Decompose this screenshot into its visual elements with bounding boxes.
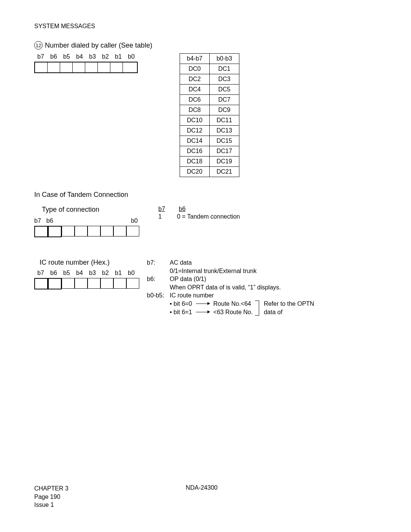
b6-text-2: When OPRT data of is valid, “1” displays…: [170, 283, 314, 292]
bit-label: b6: [46, 217, 53, 224]
b7-header: b7: [158, 206, 165, 212]
b7-label: b7:: [147, 259, 167, 267]
bit-label: b7: [34, 270, 47, 276]
table-row: DC2DC3: [180, 74, 239, 85]
bit-label: b0: [131, 217, 138, 224]
footer-page: Page 190: [34, 493, 68, 501]
footer-doc: NDA-24300: [186, 484, 218, 509]
bullet-1b: Route No.<64: [213, 300, 251, 308]
bit-label: b1: [112, 270, 125, 276]
arrow-icon: [196, 312, 210, 312]
bit-box-tandem: [34, 226, 139, 237]
footer-chapter: CHAPTER 3: [34, 484, 68, 493]
bullet-2b: <63 Route No.: [213, 308, 253, 316]
table-row: DC6DC7: [180, 95, 239, 105]
bit-label: b4: [73, 270, 86, 276]
bit-label: b0: [125, 53, 138, 60]
arrow-icon: [196, 304, 210, 304]
b6-value: 0 = Tandem connection: [177, 213, 240, 220]
table-row: DC20DC21: [180, 167, 239, 177]
bit-label: b5: [60, 270, 73, 276]
b6-text: OP data (0/1): [170, 275, 206, 283]
page-header: SYSTEM MESSAGES: [34, 23, 377, 30]
circled-12-icon: 12: [34, 41, 43, 50]
b6-header: b6: [179, 206, 186, 212]
dc-head: b4-b7: [180, 54, 210, 64]
bit-label: b6: [47, 53, 60, 60]
table-row: b4-b7 b0-b3: [180, 54, 239, 64]
table-row: DC18DC19: [180, 157, 239, 167]
table-row: DC12DC13: [180, 126, 239, 136]
refer-text-1: Refer to the OPTN: [264, 300, 314, 308]
bit-label: b0: [125, 270, 138, 276]
bit-diagram-12: b7 b6 b5 b4 b3 b2 b1 b0: [34, 53, 138, 73]
bit-label: b6: [47, 270, 60, 276]
refer-text-2: data of: [264, 308, 314, 316]
dc-head: b0-b3: [209, 54, 239, 64]
ic-route-block: IC route number (Hex.) b7 b6 b5 b4 b3 b2…: [34, 259, 139, 289]
bit-box-ic: [34, 278, 139, 289]
bit-label: b3: [86, 270, 99, 276]
b05-text: IC route number: [170, 291, 214, 300]
ic-heading: IC route number (Hex.): [40, 259, 139, 267]
bit-label: b2: [99, 53, 112, 60]
ic-description: b7:AC data 0/1=Internal trunk/External t…: [147, 259, 314, 316]
bullet-1a: • bit 6=0: [170, 300, 192, 308]
table-row: DC4DC5: [180, 85, 239, 95]
table-row: DC8DC9: [180, 105, 239, 115]
bit-label: b3: [86, 53, 99, 60]
bit-label: b7: [34, 53, 47, 60]
section-12-text: Number dialed by caller (See table): [45, 42, 152, 50]
type-connection-block: Type of connection b7 b6 b0: [34, 206, 139, 237]
bit-box: [34, 62, 138, 73]
type-connection-title: Type of connection: [42, 206, 139, 214]
page-footer: CHAPTER 3 Page 190 Issue 1 NDA-24300: [34, 484, 377, 509]
bit-label: b2: [99, 270, 112, 276]
b05-label: b0-b5:: [147, 291, 167, 300]
b7-text-2: 0/1=Internal trunk/External trunk: [170, 267, 314, 275]
bit-label: b1: [112, 53, 125, 60]
footer-issue: Issue 1: [34, 501, 68, 509]
bullet-2a: • bit 6=1: [170, 308, 192, 316]
table-row: DC16DC17: [180, 146, 239, 157]
bit-label: b4: [73, 53, 86, 60]
b7-value: 1: [158, 213, 162, 220]
dc-table: b4-b7 b0-b3 DC0DC1 DC2DC3 DC4DC5 DC6DC7 …: [180, 53, 239, 177]
bit-label: b7: [34, 217, 41, 224]
table-row: DC14DC15: [180, 136, 239, 146]
b7-text: AC data: [170, 259, 192, 267]
tandem-heading: In Case of Tandem Connection: [34, 191, 377, 199]
bit-label: b5: [60, 53, 73, 60]
bracket-icon: [255, 300, 259, 316]
b6-label: b6:: [147, 275, 167, 283]
section-12-title: 12 Number dialed by caller (See table): [34, 41, 377, 50]
table-row: DC10DC11: [180, 115, 239, 126]
table-row: DC0DC1: [180, 64, 239, 74]
tandem-description: b7 b6 1 0 = Tandem connection: [158, 206, 240, 220]
